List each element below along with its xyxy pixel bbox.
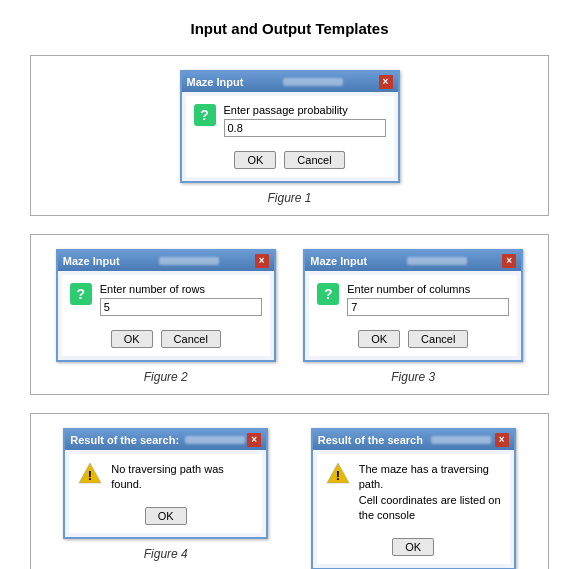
page-title: Input and Output Templates [30,20,549,37]
figure1-title: Maze Input [187,76,244,88]
figure5-dialog: Result of the search × ! The maze has a … [311,428,516,569]
figure3-buttons: OK Cancel [317,330,509,348]
figure4-close-button[interactable]: × [247,433,261,447]
figure2-dialog: Maze Input × ? Enter number of rows OK C… [56,249,276,362]
figure1-buttons: OK Cancel [194,151,386,169]
figure3-ok-button[interactable]: OK [358,330,400,348]
figure1-prompt: Enter passage probability [224,104,386,116]
figure1-ok-button[interactable]: OK [234,151,276,169]
figure1-content-row: ? Enter passage probability [194,104,386,137]
figure2-close-button[interactable]: × [255,254,269,268]
figure5-close-button[interactable]: × [495,433,509,447]
figure1-body: ? Enter passage probability OK Cancel [186,96,394,177]
figure5-message-area: The maze has a traversing path. Cell coo… [359,462,502,524]
figure3-content-row: ? Enter number of columns [317,283,509,316]
figure4-message: No traversing path was found. [111,462,254,493]
figure2-prompt: Enter number of rows [100,283,262,295]
figure1-close-button[interactable]: × [379,75,393,89]
figure5-ok-button[interactable]: OK [392,538,434,556]
figure2-input[interactable] [100,298,262,316]
figure4-body: ! No traversing path was found. OK [69,454,262,533]
figure1-input-area: Enter passage probability [224,104,386,137]
figure4-cell: Result of the search: × ! No traversing … [47,428,285,569]
figure1-dialog: Maze Input × ? Enter passage probability… [180,70,400,183]
figure1-question-icon: ? [194,104,216,126]
figure1-label: Figure 1 [47,191,532,205]
figure3-body: ? Enter number of columns OK Cancel [309,275,517,356]
figure5-warning-icon: ! [325,462,351,484]
figure4-label: Figure 4 [47,547,285,561]
figure1-cancel-button[interactable]: Cancel [284,151,344,169]
figure3-input-area: Enter number of columns [347,283,509,316]
figure3-prompt: Enter number of columns [347,283,509,295]
figure2-cell: Maze Input × ? Enter number of rows OK C… [47,249,285,384]
figure2-question-icon: ? [70,283,92,305]
figure4-title: Result of the search: [70,434,179,446]
figure3-dialog: Maze Input × ? Enter number of columns O… [303,249,523,362]
figure45-row: Result of the search: × ! No traversing … [30,413,549,569]
figure4-warning-icon: ! [77,462,103,484]
figure2-cancel-button[interactable]: Cancel [161,330,221,348]
figure5-buttons: OK [325,538,502,556]
figure5-title: Result of the search [318,434,423,446]
figure3-title-blurred [407,257,467,265]
figure4-buttons: OK [77,507,254,525]
figure5-content-row: ! The maze has a traversing path. Cell c… [325,462,502,524]
figure3-titlebar: Maze Input × [305,251,521,271]
figure4-content-row: ! No traversing path was found. [77,462,254,493]
figure23-row: Maze Input × ? Enter number of rows OK C… [30,234,549,395]
figure1-box: Maze Input × ? Enter passage probability… [30,55,549,216]
figure4-message-area: No traversing path was found. [111,462,254,493]
figure4-titlebar: Result of the search: × [65,430,266,450]
figure2-body: ? Enter number of rows OK Cancel [62,275,270,356]
figure2-title-blurred [159,257,219,265]
figure3-cell: Maze Input × ? Enter number of columns O… [295,249,533,384]
figure5-titlebar: Result of the search × [313,430,514,450]
figure4-dialog: Result of the search: × ! No traversing … [63,428,268,539]
figure2-title: Maze Input [63,255,120,267]
figure5-body: ! The maze has a traversing path. Cell c… [317,454,510,564]
svg-text:!: ! [88,468,92,483]
figure4-title-blurred [185,436,245,444]
figure3-cancel-button[interactable]: Cancel [408,330,468,348]
figure3-input[interactable] [347,298,509,316]
figure2-titlebar: Maze Input × [58,251,274,271]
figure5-cell: Result of the search × ! The maze has a … [295,428,533,569]
figure2-label: Figure 2 [47,370,285,384]
figure4-ok-button[interactable]: OK [145,507,187,525]
figure1-title-blurred [283,78,343,86]
figure5-message: The maze has a traversing path. Cell coo… [359,462,502,524]
svg-text:!: ! [336,468,340,483]
figure5-title-blurred [431,436,491,444]
figure3-label: Figure 3 [295,370,533,384]
figure1-titlebar: Maze Input × [182,72,398,92]
figure2-input-area: Enter number of rows [100,283,262,316]
figure3-close-button[interactable]: × [502,254,516,268]
figure2-buttons: OK Cancel [70,330,262,348]
figure3-title: Maze Input [310,255,367,267]
figure1-input[interactable] [224,119,386,137]
figure3-question-icon: ? [317,283,339,305]
figure2-content-row: ? Enter number of rows [70,283,262,316]
figure2-ok-button[interactable]: OK [111,330,153,348]
